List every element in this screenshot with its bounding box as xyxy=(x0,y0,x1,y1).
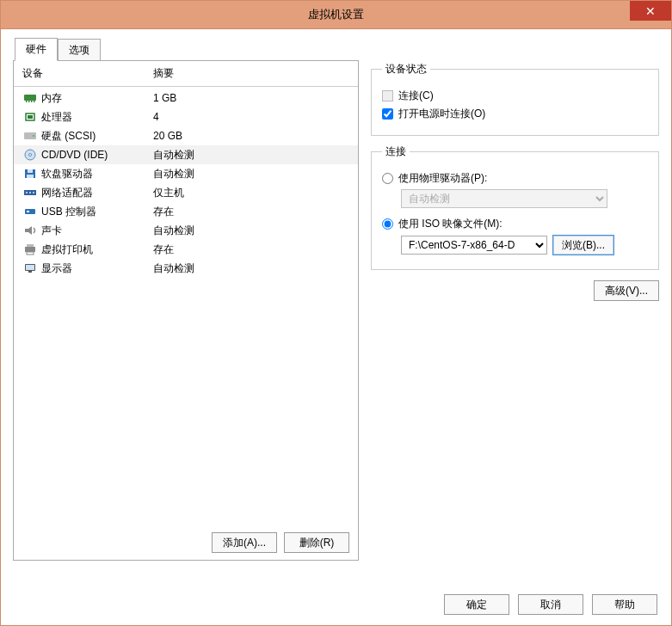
svg-rect-13 xyxy=(27,175,34,178)
device-status-group: 设备状态 连接(C) 打开电源时连接(O) xyxy=(371,62,659,136)
svg-rect-6 xyxy=(28,115,33,119)
svg-marker-20 xyxy=(25,226,32,235)
device-summary: 自动检测 xyxy=(153,261,358,276)
physical-drive-select: 自动检测 xyxy=(401,189,607,208)
svg-rect-17 xyxy=(33,192,34,193)
svg-rect-23 xyxy=(27,252,34,255)
device-summary: 自动检测 xyxy=(153,148,358,163)
svg-point-10 xyxy=(29,154,32,156)
device-row[interactable]: CD/DVD (IDE)自动检测 xyxy=(14,145,358,164)
hdd-icon xyxy=(22,129,38,143)
svg-rect-25 xyxy=(26,265,34,270)
cd-icon xyxy=(22,148,38,162)
cpu-icon xyxy=(22,110,38,124)
device-row[interactable]: 网络适配器仅主机 xyxy=(14,183,358,202)
device-row[interactable]: 虚拟打印机存在 xyxy=(14,240,358,259)
content-area: 硬件 选项 设备 摘要 内存1 GB处理器4硬盘 (SCSI)20 GBCD/D… xyxy=(0,29,672,626)
cancel-button[interactable]: 取消 xyxy=(518,594,583,615)
connect-poweron-checkbox[interactable] xyxy=(382,108,393,120)
device-summary: 自动检测 xyxy=(153,167,358,181)
device-name: 处理器 xyxy=(41,110,153,125)
tab-strip: 硬件 选项 xyxy=(15,40,659,60)
device-list-buttons: 添加(A)... 删除(R) xyxy=(14,525,358,560)
device-summary: 仅主机 xyxy=(153,186,358,200)
svg-rect-15 xyxy=(26,192,28,193)
iso-radio[interactable] xyxy=(382,218,393,230)
connect-poweron-row: 打开电源时连接(O) xyxy=(382,107,648,121)
connect-poweron-label: 打开电源时连接(O) xyxy=(398,107,485,121)
remove-device-button[interactable]: 删除(R) xyxy=(284,532,349,553)
advanced-row: 高级(V)... xyxy=(371,280,659,301)
svg-rect-19 xyxy=(27,211,29,212)
close-icon: ✕ xyxy=(645,4,656,18)
window-title: 虚拟机设置 xyxy=(308,7,364,22)
titlebar: 虚拟机设置 ✕ xyxy=(0,0,672,29)
device-name: 网络适配器 xyxy=(41,186,153,200)
device-row[interactable]: 处理器4 xyxy=(14,107,358,126)
device-list: 内存1 GB处理器4硬盘 (SCSI)20 GBCD/DVD (IDE)自动检测… xyxy=(14,87,358,525)
svg-rect-4 xyxy=(34,101,35,102)
connected-label: 连接(C) xyxy=(398,89,434,103)
device-settings-panel: 设备状态 连接(C) 打开电源时连接(O) 连接 使用物理驱动器(P): xyxy=(371,60,659,561)
svg-rect-16 xyxy=(29,192,31,193)
connected-row: 连接(C) xyxy=(382,89,648,103)
svg-rect-3 xyxy=(31,101,33,102)
tab-options[interactable]: 选项 xyxy=(58,39,101,61)
tab-hardware[interactable]: 硬件 xyxy=(15,38,58,61)
device-row[interactable]: 内存1 GB xyxy=(14,89,358,107)
device-name: CD/DVD (IDE) xyxy=(41,149,153,161)
iso-row: 使用 ISO 映像文件(M): xyxy=(382,217,648,231)
svg-rect-22 xyxy=(27,244,34,247)
device-status-legend: 设备状态 xyxy=(382,62,430,77)
device-name: 内存 xyxy=(41,91,153,106)
device-summary: 4 xyxy=(153,111,358,123)
add-device-button[interactable]: 添加(A)... xyxy=(212,532,277,553)
physical-drive-row: 使用物理驱动器(P): xyxy=(382,171,648,186)
svg-rect-18 xyxy=(25,209,35,214)
device-summary: 存在 xyxy=(153,242,358,257)
device-name: USB 控制器 xyxy=(41,205,153,219)
connection-group: 连接 使用物理驱动器(P): 自动检测 使用 ISO 映像文件(M): xyxy=(371,144,659,270)
browse-button[interactable]: 浏览(B)... xyxy=(552,235,614,255)
physical-drive-label: 使用物理驱动器(P): xyxy=(398,171,487,186)
device-name: 显示器 xyxy=(41,261,153,276)
device-name: 软盘驱动器 xyxy=(41,167,153,181)
device-name: 硬盘 (SCSI) xyxy=(41,129,153,144)
net-icon xyxy=(22,186,38,199)
advanced-button[interactable]: 高级(V)... xyxy=(594,280,659,301)
device-col-summary: 摘要 xyxy=(153,66,174,81)
printer-icon xyxy=(22,242,38,256)
iso-path-select[interactable]: F:\CentOS-7-x86_64-D xyxy=(401,236,547,255)
display-icon xyxy=(22,261,38,275)
iso-path-row: F:\CentOS-7-x86_64-D 浏览(B)... xyxy=(382,235,648,255)
connected-checkbox xyxy=(382,90,393,101)
device-row[interactable]: 软盘驱动器自动检测 xyxy=(14,164,358,183)
svg-rect-1 xyxy=(26,101,28,102)
physical-drive-radio[interactable] xyxy=(382,173,393,184)
memory-icon xyxy=(22,91,38,105)
svg-rect-21 xyxy=(25,247,35,252)
device-name: 声卡 xyxy=(41,224,153,238)
svg-rect-26 xyxy=(28,271,32,273)
physical-drive-select-row: 自动检测 xyxy=(382,189,648,208)
close-button[interactable]: ✕ xyxy=(630,1,671,21)
device-col-name: 设备 xyxy=(22,66,153,81)
device-name: 虚拟打印机 xyxy=(41,242,153,257)
dialog-buttons: 确定 取消 帮助 xyxy=(444,594,657,615)
ok-button[interactable]: 确定 xyxy=(444,594,509,615)
device-summary: 自动检测 xyxy=(153,224,358,238)
sound-icon xyxy=(22,224,38,237)
help-button[interactable]: 帮助 xyxy=(592,594,657,615)
device-summary: 存在 xyxy=(153,205,358,219)
device-row[interactable]: 硬盘 (SCSI)20 GB xyxy=(14,126,358,145)
device-list-panel: 设备 摘要 内存1 GB处理器4硬盘 (SCSI)20 GBCD/DVD (ID… xyxy=(13,60,359,561)
connection-legend: 连接 xyxy=(382,144,410,159)
svg-rect-12 xyxy=(28,169,33,173)
device-row[interactable]: USB 控制器存在 xyxy=(14,202,358,221)
device-row[interactable]: 声卡自动检测 xyxy=(14,221,358,240)
device-row[interactable]: 显示器自动检测 xyxy=(14,259,358,278)
svg-rect-0 xyxy=(24,95,36,101)
usb-icon xyxy=(22,205,38,218)
device-summary: 1 GB xyxy=(153,92,358,104)
panels: 设备 摘要 内存1 GB处理器4硬盘 (SCSI)20 GBCD/DVD (ID… xyxy=(13,60,659,561)
